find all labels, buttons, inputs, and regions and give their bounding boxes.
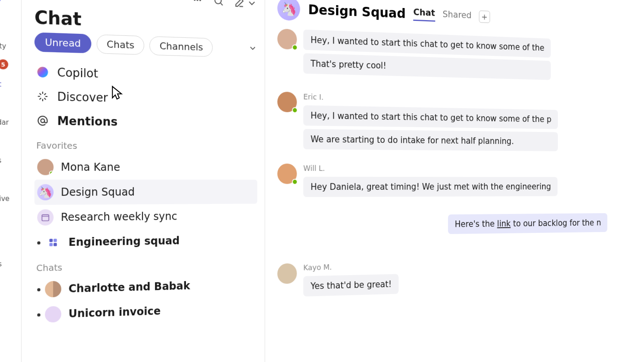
chats-section-label: Chats — [36, 259, 257, 274]
filter-channels-pill[interactable]: Channels — [150, 36, 213, 57]
rail-activity[interactable]: Activity — [0, 17, 21, 57]
rail-calls-label: Calls — [0, 156, 2, 165]
unread-dot-icon — [37, 241, 40, 244]
pin-mentions[interactable]: Mentions — [35, 109, 258, 136]
chat-item-mona-kane[interactable]: Mona Kane — [35, 154, 258, 180]
pin-mentions-label: Mentions — [57, 114, 118, 128]
svg-rect-15 — [50, 239, 53, 242]
chat-item-label: Design Squad — [61, 186, 134, 198]
filter-unread-pill[interactable]: Unread — [35, 32, 91, 53]
avatar — [277, 164, 297, 184]
rail-onedrive-label: OneDrive — [0, 195, 10, 203]
svg-rect-18 — [54, 243, 57, 246]
svg-point-12 — [37, 67, 48, 78]
svg-point-10 — [199, 0, 201, 1]
more-options-icon[interactable] — [192, 0, 203, 8]
chat-item-label: Engineering squad — [68, 234, 180, 249]
unread-dot-icon — [37, 313, 40, 316]
message-group: Eric I. Hey, I wanted to start this chat… — [277, 92, 611, 152]
rail-calls[interactable]: Calls — [0, 132, 21, 171]
at-icon — [36, 114, 49, 127]
collapse-filters-icon[interactable] — [248, 43, 258, 54]
svg-point-13 — [41, 119, 44, 122]
own-message-row: Here's the link to our backlog for the n — [277, 213, 611, 237]
sparkle-icon — [36, 90, 49, 103]
avatar — [45, 306, 62, 323]
chat-list-title: Chat — [35, 7, 258, 35]
pin-discover-label: Discover — [57, 90, 108, 105]
message-group: Hey, I wanted to start this chat to get … — [277, 29, 611, 82]
backlog-link[interactable]: link — [497, 219, 511, 228]
teams-logo-icon: T — [0, 0, 2, 5]
chat-item-label: Research weekly sync — [61, 210, 177, 224]
message-sender: Eric I. — [303, 92, 558, 106]
rail-chat[interactable]: 5 Chat — [0, 56, 21, 95]
svg-point-8 — [194, 0, 196, 1]
svg-rect-16 — [54, 239, 57, 242]
avatar: 🦄 — [37, 184, 54, 200]
chat-item-label: Charlotte and Babak — [68, 280, 190, 295]
svg-rect-17 — [50, 243, 53, 246]
avatar — [37, 159, 54, 175]
chat-unread-badge: 5 — [0, 59, 8, 69]
pin-discover[interactable]: Discover — [35, 84, 258, 112]
avatar — [37, 209, 54, 226]
search-icon[interactable] — [213, 0, 224, 8]
message-bubble[interactable]: Hey Daniela, great timing! We just met w… — [303, 177, 557, 197]
message-group: Will L. Hey Daniela, great timing! We ju… — [277, 164, 611, 197]
copilot-icon — [36, 66, 49, 78]
app-rail: T Activity 5 Chat Calendar Calls — [0, 0, 22, 362]
message-bubble[interactable]: We are starting to do intake for next ha… — [303, 129, 558, 151]
chat-item-research-sync[interactable]: Research weekly sync — [35, 204, 258, 230]
chat-header-title: Design Squad — [308, 1, 406, 21]
rail-chat-label: Chat — [0, 80, 1, 88]
unread-dot-icon — [37, 288, 40, 291]
avatar — [45, 234, 62, 251]
message-sender: Will L. — [303, 164, 557, 173]
avatar — [277, 263, 297, 284]
tab-chat[interactable]: Chat — [413, 7, 435, 22]
rail-onedrive[interactable]: OneDrive — [0, 171, 21, 210]
chat-item-design-squad[interactable]: 🦄 Design Squad — [35, 180, 258, 205]
chat-item-label: Unicorn invoice — [68, 305, 161, 320]
rail-more[interactable] — [0, 209, 21, 237]
avatar — [277, 92, 297, 113]
rail-calendar-label: Calendar — [0, 118, 9, 126]
pin-copilot-label: Copilot — [57, 66, 98, 80]
rail-apps[interactable]: Apps — [0, 236, 21, 275]
svg-point-9 — [196, 0, 198, 1]
avatar — [277, 29, 297, 49]
rail-calendar[interactable]: Calendar — [0, 94, 21, 133]
rail-activity-label: Activity — [0, 41, 6, 50]
own-msg-pre: Here's the — [455, 219, 497, 229]
avatar — [45, 281, 62, 297]
chat-item-label: Mona Kane — [61, 161, 120, 173]
chat-list-panel: Chat Unread Chats Channels Copilot Disco… — [22, 0, 265, 362]
message-group: Kayo M. Yes that'd be great! — [277, 257, 611, 297]
rail-apps-label: Apps — [0, 260, 2, 268]
compose-button[interactable] — [234, 0, 257, 9]
chat-item-engineering-squad[interactable]: Engineering squad — [35, 228, 258, 255]
own-msg-post: to our backlog for the n — [511, 218, 601, 228]
chat-pane: 🦄 Design Squad Chat Shared + Hey, I want… — [265, 0, 611, 362]
message-bubble-own[interactable]: Here's the link to our backlog for the n — [448, 213, 607, 234]
message-bubble[interactable]: That's pretty cool! — [303, 53, 551, 80]
message-bubble[interactable]: Yes that'd be great! — [303, 274, 399, 296]
svg-rect-14 — [42, 215, 49, 221]
filter-chats-pill[interactable]: Chats — [97, 34, 144, 55]
tab-shared[interactable]: Shared — [443, 9, 472, 23]
message-bubble[interactable]: Hey, I wanted to start this chat to get … — [303, 105, 558, 129]
message-bubble[interactable]: Hey, I wanted to start this chat to get … — [303, 29, 551, 58]
message-sender: Kayo M. — [303, 261, 399, 272]
add-tab-button[interactable]: + — [479, 10, 490, 23]
svg-point-11 — [215, 0, 221, 4]
favorites-section-label: Favorites — [36, 140, 257, 152]
chat-header-avatar: 🦄 — [277, 0, 300, 21]
